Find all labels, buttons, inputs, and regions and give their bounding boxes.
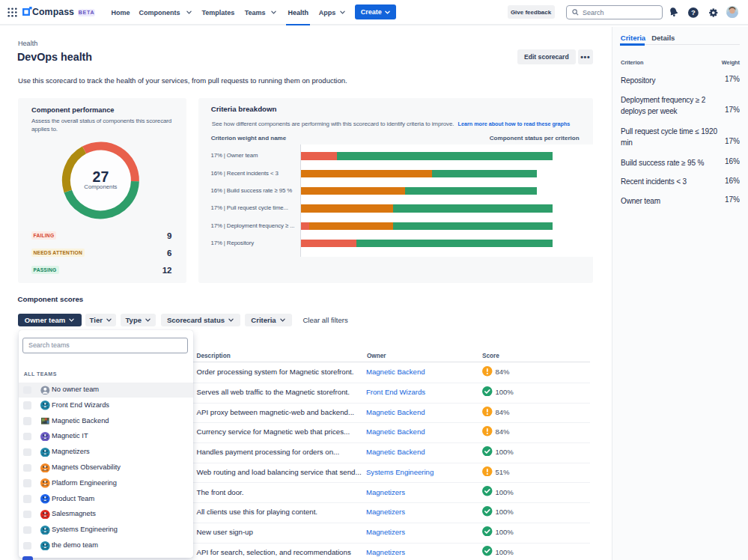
svg-text:27: 27 [93,168,109,185]
svg-text:?: ? [691,8,696,16]
svg-text:Components: Components [84,183,117,190]
